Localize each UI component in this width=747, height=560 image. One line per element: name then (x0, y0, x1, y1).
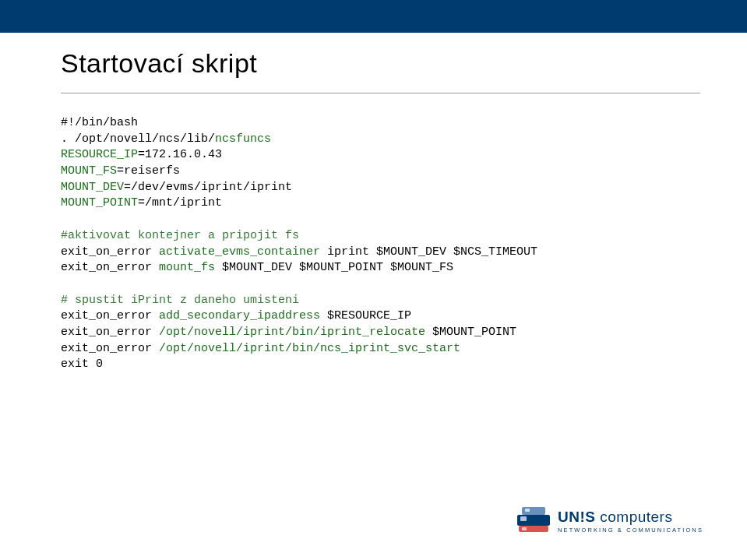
svg-rect-3 (525, 509, 530, 512)
code-line: . /opt/novell/ncs/lib/ncsfuncs (61, 132, 271, 146)
code-line: RESOURCE_IP=172.16.0.43 (61, 148, 222, 161)
code-line: exit 0 (61, 357, 103, 371)
code-comment: #aktivovat kontejner a pripojit fs (61, 229, 299, 242)
code-line: MOUNT_POINT=/mnt/iprint (61, 196, 222, 210)
svg-rect-1 (520, 516, 527, 521)
code-line: exit_on_error mount_fs $MOUNT_DEV $MOUNT… (61, 261, 453, 274)
slide-content: Startovací skript #!/bin/bash . /opt/nov… (0, 33, 747, 373)
code-line: #!/bin/bash (61, 116, 138, 129)
logo-row: UN!S computers NETWORKING & COMMUNICATIO… (517, 501, 703, 534)
logo-brand: UN!S computers (558, 509, 703, 526)
logo-icon (517, 501, 550, 534)
svg-rect-5 (522, 527, 527, 530)
code-line: exit_on_error add_secondary_ipaddress $R… (61, 309, 411, 322)
code-line: exit_on_error activate_evms_container ip… (61, 245, 537, 259)
code-comment: # spustit iPrint z daneho umisteni (61, 294, 299, 307)
code-line: MOUNT_FS=reiserfs (61, 164, 180, 178)
code-line: exit_on_error /opt/novell/iprint/bin/ipr… (61, 326, 516, 339)
code-line: exit_on_error /opt/novell/iprint/bin/ncs… (61, 342, 460, 355)
logo-tagline: NETWORKING & COMMUNICATIONS (558, 527, 703, 534)
code-line: MOUNT_DEV=/dev/evms/iprint/iprint (61, 181, 292, 194)
script-code: #!/bin/bash . /opt/novell/ncs/lib/ncsfun… (61, 115, 700, 373)
header-bar (0, 0, 747, 33)
title-divider (61, 93, 700, 93)
logo-text: UN!S computers NETWORKING & COMMUNICATIO… (558, 509, 703, 534)
footer-logo: UN!S computers NETWORKING & COMMUNICATIO… (517, 501, 703, 534)
slide-title: Startovací skript (61, 48, 700, 79)
